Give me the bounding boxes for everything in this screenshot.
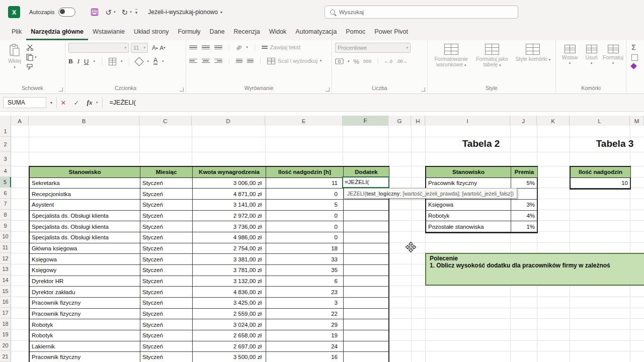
row-header-19[interactable]: 19 <box>0 329 11 340</box>
tab-plik[interactable]: Plik <box>7 24 26 40</box>
main-table-cell-r3-c0[interactable]: Specjalista ds. Obsługi klienta <box>30 211 140 222</box>
main-table-cell-r10-c1[interactable]: Styczeń <box>140 287 193 298</box>
main-table-cell-r1-c3[interactable]: 0 <box>266 189 344 200</box>
main-table-cell-r0-c2[interactable]: 3 006,00 zł <box>193 178 266 189</box>
borders-icon[interactable] <box>109 58 116 65</box>
font-name-combobox[interactable]: ▾ <box>68 43 129 53</box>
table2-cell-r4-c1[interactable]: 1% <box>511 221 538 232</box>
main-table-header-2[interactable]: Kwota wynagrodzenia <box>193 167 266 178</box>
main-table-cell-r14-c2[interactable]: 2 658,00 zł <box>193 330 266 341</box>
tab-pomoc[interactable]: Pomoc <box>341 24 370 40</box>
main-table-cell-r11-c4[interactable] <box>344 298 389 309</box>
row-header-1[interactable]: 1 <box>0 126 11 137</box>
table2-cell-r0-c1[interactable]: 5% <box>511 178 538 189</box>
row-header-20[interactable]: 20 <box>0 340 11 351</box>
main-table-cell-r9-c4[interactable] <box>344 276 389 287</box>
increase-indent-icon[interactable] <box>247 59 254 63</box>
main-table-cell-r11-c1[interactable]: Styczeń <box>140 298 193 309</box>
formula-input[interactable]: =JEŻELI( <box>110 99 136 106</box>
main-table-cell-r2-c3[interactable]: 5 <box>266 200 344 211</box>
row-header-17[interactable]: 17 <box>0 308 11 319</box>
main-table-cell-r13-c4[interactable] <box>344 319 389 330</box>
main-table-cell-r4-c1[interactable]: Styczeń <box>140 221 193 232</box>
fill-color-chevron-icon[interactable]: ▾ <box>147 59 149 63</box>
main-table-cell-r5-c4[interactable] <box>344 232 389 243</box>
decrease-decimal-icon[interactable]: .00→ <box>396 59 408 64</box>
font-size-combobox[interactable]: 11▾ <box>131 43 148 53</box>
row-header-12[interactable]: 12 <box>0 253 11 264</box>
formula-bar-chevron-icon[interactable]: ▾ <box>96 101 98 105</box>
column-header-L[interactable]: L <box>570 116 630 127</box>
delete-cells-button[interactable]: Usuń ▾ <box>581 43 602 85</box>
main-table-cell-r9-c1[interactable]: Styczeń <box>140 276 193 287</box>
wrap-text-button[interactable]: Zawijaj tekst <box>262 44 301 50</box>
undo-menu-chevron[interactable]: ▾ <box>114 10 116 14</box>
main-table-cell-r4-c2[interactable]: 3 736,00 zł <box>193 221 266 232</box>
row-header-18[interactable]: 18 <box>0 318 11 329</box>
column-header-K[interactable]: K <box>537 116 570 127</box>
document-title[interactable]: Jeżeli-i-wyszukaj-pionowo ▾ <box>148 9 222 16</box>
main-table-cell-r6-c2[interactable]: 2 754,00 zł <box>193 243 266 254</box>
column-header-M[interactable]: M <box>630 116 644 127</box>
main-table-cell-r6-c4[interactable] <box>344 243 389 254</box>
main-table-cell-r8-c2[interactable]: 3 781,00 zł <box>193 265 266 276</box>
main-table-cell-r16-c0[interactable]: Pracownik fizyczny <box>30 352 140 362</box>
tab-dane[interactable]: Dane <box>205 24 229 40</box>
main-table-cell-r7-c4[interactable] <box>344 254 389 265</box>
table2-header-1[interactable]: Premia <box>511 167 538 178</box>
main-table-cell-r1-c2[interactable]: 4 871,00 zł <box>193 189 266 200</box>
number-format-combobox[interactable]: Procentowe▾ <box>335 43 411 53</box>
main-table-cell-r5-c2[interactable]: 4 986,00 zł <box>193 232 266 243</box>
main-table-cell-r4-c3[interactable]: 0 <box>266 221 344 232</box>
main-table-cell-r0-c3[interactable]: 11 <box>266 178 344 189</box>
main-table-cell-r2-c0[interactable]: Asystent <box>30 200 140 211</box>
font-color-chevron-icon[interactable]: ▾ <box>162 59 164 63</box>
save-icon[interactable] <box>91 8 99 16</box>
redo-icon[interactable]: ↻ <box>122 9 128 16</box>
main-table-cell-r10-c0[interactable]: Dyrektor zakładu <box>30 287 140 298</box>
tab-formu-y[interactable]: Formuły <box>173 24 205 40</box>
copy-icon[interactable] <box>26 54 33 61</box>
column-header-A[interactable]: A <box>11 116 29 127</box>
main-table-cell-r12-c4[interactable] <box>344 309 389 320</box>
qat-customize-icon[interactable]: ▾ <box>135 9 138 15</box>
main-table-cell-r15-c1[interactable]: Styczeń <box>140 341 193 352</box>
tab-widok[interactable]: Widok <box>265 24 291 40</box>
increase-font-icon[interactable]: A▴ <box>152 44 158 51</box>
main-table-cell-r3-c4[interactable] <box>344 211 389 222</box>
main-table-header-0[interactable]: Stanowisko <box>30 167 140 178</box>
align-center-icon[interactable] <box>202 59 210 63</box>
main-table-cell-r6-c0[interactable]: Główna księgowa <box>30 243 140 254</box>
autosave-toggle[interactable] <box>58 8 75 17</box>
underline-button[interactable]: U <box>84 58 89 65</box>
main-table-cell-r13-c1[interactable]: Styczeń <box>140 319 193 330</box>
main-table-cell-r7-c0[interactable]: Księgowa <box>30 254 140 265</box>
confirm-entry-button[interactable]: ✓ <box>70 99 83 107</box>
main-table-cell-r11-c2[interactable]: 3 425,00 zł <box>193 298 266 309</box>
underline-chevron-icon[interactable]: ▾ <box>93 59 95 63</box>
tab-automatyzacja[interactable]: Automatyzacja <box>291 24 341 40</box>
excel-app-icon[interactable]: X <box>8 6 20 18</box>
instruction-box[interactable]: Polecenie1. Oblicz wysokość dodatku dla … <box>425 253 644 286</box>
main-table-cell-r2-c1[interactable]: Styczeń <box>140 200 193 211</box>
main-table-header-1[interactable]: Miesiąc <box>140 167 193 178</box>
search-input[interactable]: Wyszukaj <box>325 6 518 19</box>
main-table-cell-r2-c4[interactable] <box>344 200 389 211</box>
tab-recenzja[interactable]: Recenzja <box>229 24 265 40</box>
main-table-cell-r3-c3[interactable]: 0 <box>266 211 344 222</box>
tab-uk-ad-strony[interactable]: Układ strony <box>129 24 173 40</box>
undo-icon[interactable]: ↺ <box>106 9 112 16</box>
row-header-8[interactable]: 8 <box>0 210 11 221</box>
orientation-icon[interactable]: ab <box>235 43 243 51</box>
font-dialog-launcher[interactable] <box>180 87 184 92</box>
sensitivity-icon[interactable] <box>630 63 637 69</box>
main-table-cell-r10-c2[interactable]: 4 836,00 zł <box>193 287 266 298</box>
table2-cell-r3-c0[interactable]: Robotyk <box>426 211 511 222</box>
main-table-cell-r11-c3[interactable]: 3 <box>266 298 344 309</box>
main-table-cell-r8-c3[interactable]: 35 <box>266 265 344 276</box>
name-box-chevron-icon[interactable]: ▾ <box>46 101 56 105</box>
copy-chevron-icon[interactable]: ▾ <box>35 55 37 59</box>
active-cell-editor[interactable]: =JEŻELI( <box>342 176 389 189</box>
align-middle-icon[interactable] <box>202 45 210 50</box>
accounting-chevron-icon[interactable]: ▾ <box>348 59 350 63</box>
